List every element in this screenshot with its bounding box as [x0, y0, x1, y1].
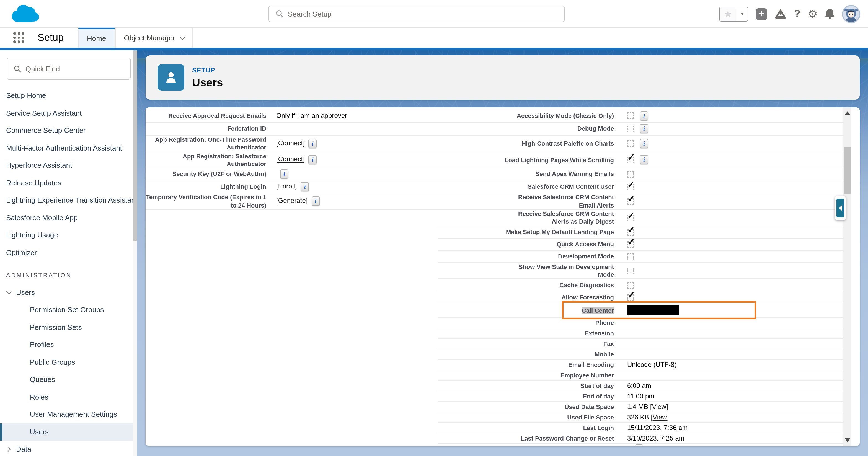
- sidebar-item-queues[interactable]: Queues: [0, 371, 137, 388]
- info-icon[interactable]: i: [309, 155, 317, 165]
- setup-nav-list: Setup HomeService Setup AssistantCommerc…: [0, 87, 137, 456]
- field-value: [272, 226, 438, 238]
- favorite-star-button[interactable]: ★: [720, 7, 737, 21]
- app-launcher-icon[interactable]: [12, 31, 26, 44]
- label-text: Quick Access Menu: [557, 241, 614, 248]
- chevron-right-icon[interactable]: [5, 447, 11, 452]
- field-value: [621, 349, 845, 360]
- info-icon[interactable]: i: [640, 139, 648, 148]
- field-label: Allow Forecasting: [438, 291, 621, 303]
- info-icon[interactable]: i: [640, 155, 648, 165]
- sidebar-item-label: Release Updates: [6, 179, 61, 187]
- favorites-dropdown-button[interactable]: ▼: [737, 7, 748, 21]
- detail-scrollbar[interactable]: [843, 107, 851, 446]
- sidebar-item-commerce-setup-center[interactable]: Commerce Setup Center: [0, 122, 137, 139]
- info-icon[interactable]: i: [635, 444, 643, 446]
- sidebar-item-release-updates[interactable]: Release Updates: [0, 174, 137, 192]
- sidebar-item-users[interactable]: Users: [0, 284, 137, 301]
- chevron-down-icon[interactable]: [6, 289, 11, 294]
- field-label: [146, 291, 272, 303]
- field-value: [621, 262, 845, 279]
- checkbox-checked: [627, 198, 634, 205]
- sidebar-item-optimizer[interactable]: Optimizer: [0, 244, 137, 261]
- quick-find-input[interactable]: [26, 64, 130, 73]
- field-value: [621, 250, 845, 262]
- global-actions-add-button[interactable]: +: [756, 8, 768, 20]
- checkbox-checked: [627, 241, 634, 248]
- sidebar-item-hyperforce-assistant[interactable]: Hyperforce Assistant: [0, 157, 137, 174]
- table-row: Security Key (U2F or WebAuthn)iSend Apex…: [146, 168, 845, 180]
- label-text: Development Mode: [558, 253, 614, 260]
- sidebar-item-data[interactable]: Data: [0, 441, 137, 456]
- global-search-input[interactable]: [288, 10, 564, 18]
- sidebar-item-roles[interactable]: Roles: [0, 388, 137, 405]
- sidebar-scrollbar-track[interactable]: [133, 51, 137, 456]
- value-link[interactable]: [Connect]: [276, 139, 305, 146]
- help-icon[interactable]: ?: [794, 8, 801, 20]
- setup-sidebar: Setup HomeService Setup AssistantCommerc…: [0, 51, 137, 456]
- quick-find[interactable]: [7, 58, 131, 80]
- sidebar-item-label: Setup Home: [6, 92, 46, 100]
- value-link[interactable]: [View]: [649, 414, 669, 421]
- sidebar-item-public-groups[interactable]: Public Groups: [0, 353, 137, 371]
- field-value: [Connect]i: [272, 135, 438, 152]
- table-row: End of day11:00 pm: [146, 391, 845, 402]
- info-icon[interactable]: i: [640, 124, 648, 133]
- sidebar-item-salesforce-mobile-app[interactable]: Salesforce Mobile App: [0, 209, 137, 226]
- collapse-panel-button[interactable]: [835, 196, 846, 220]
- field-label: Lightning Login: [146, 180, 272, 193]
- sidebar-item-permission-sets[interactable]: Permission Sets: [0, 319, 137, 336]
- field-label: [146, 318, 272, 328]
- value-link[interactable]: [Connect]: [276, 156, 305, 163]
- label-text: Used File Space: [567, 414, 614, 421]
- setup-gear-icon[interactable]: ⚙: [808, 8, 817, 20]
- guidance-trailhead-button[interactable]: [775, 8, 787, 20]
- info-icon[interactable]: i: [301, 182, 309, 191]
- field-label: [146, 328, 272, 339]
- sidebar-item-lightning-usage[interactable]: Lightning Usage: [0, 226, 137, 244]
- table-row: Phone: [146, 318, 845, 328]
- field-label: Receive Approval Request Emails: [146, 109, 272, 122]
- info-icon[interactable]: i: [280, 169, 288, 179]
- sidebar-item-user-management-settings[interactable]: User Management Settings: [0, 405, 137, 423]
- label-text: High-Contrast Palette on Charts: [522, 140, 614, 146]
- checkbox-unchecked: [627, 171, 634, 178]
- global-search[interactable]: [269, 5, 565, 22]
- checkbox-unchecked: [627, 254, 634, 260]
- sidebar-item-service-setup-assistant[interactable]: Service Setup Assistant: [0, 104, 137, 122]
- value-link[interactable]: [View]: [648, 403, 668, 411]
- sidebar-scrollbar-thumb[interactable]: [133, 51, 137, 241]
- field-label: Accessibility Mode (Classic Only): [438, 109, 621, 122]
- favorites-group: ★ ▼: [719, 6, 749, 21]
- sidebar-item-profiles[interactable]: Profiles: [0, 336, 137, 353]
- sidebar-item-permission-set-groups[interactable]: Permission Set Groups: [0, 301, 137, 319]
- table-row: Cache Diagnostics: [146, 279, 845, 291]
- label-text: Mobile: [594, 351, 614, 358]
- sidebar-item-multi-factor-authentication-assistant[interactable]: Multi-Factor Authentication Assistant: [0, 139, 137, 157]
- notifications-bell-icon[interactable]: [825, 8, 835, 20]
- value-link[interactable]: [Generate]: [276, 197, 308, 205]
- info-icon[interactable]: i: [309, 139, 317, 148]
- field-label: App Registration: One-Time Password Auth…: [146, 135, 272, 152]
- value-link[interactable]: [Enroll]: [276, 182, 297, 190]
- field-value: 3/10/2023, 7:25 am: [621, 433, 845, 444]
- sidebar-item-users[interactable]: Users: [0, 423, 137, 441]
- tab-object-manager[interactable]: Object Manager: [115, 28, 193, 47]
- sidebar-item-setup-home[interactable]: Setup Home: [0, 87, 137, 104]
- scroll-up-arrow-icon[interactable]: [845, 111, 850, 115]
- checkbox-checked: [627, 157, 634, 163]
- info-icon[interactable]: i: [640, 111, 648, 121]
- users-object-icon: [158, 64, 184, 91]
- sidebar-item-lightning-experience-transition-assistant[interactable]: Lightning Experience Transition Assistan…: [0, 192, 137, 209]
- field-value-text: 11:00 pm: [627, 393, 654, 400]
- user-avatar[interactable]: [842, 5, 860, 23]
- label-text: Load Lightning Pages While Scrolling: [504, 156, 614, 163]
- detail-scrollbar-thumb[interactable]: [844, 147, 851, 194]
- info-icon[interactable]: i: [311, 196, 320, 206]
- field-label: [146, 339, 272, 349]
- sidebar-item-label: Salesforce Mobile App: [6, 214, 78, 222]
- tab-home[interactable]: Home: [78, 28, 115, 47]
- scroll-down-arrow-icon[interactable]: [845, 438, 850, 442]
- field-value-text: 3/10/2023, 7:25 am: [627, 435, 684, 443]
- table-row: Development Mode: [146, 250, 845, 262]
